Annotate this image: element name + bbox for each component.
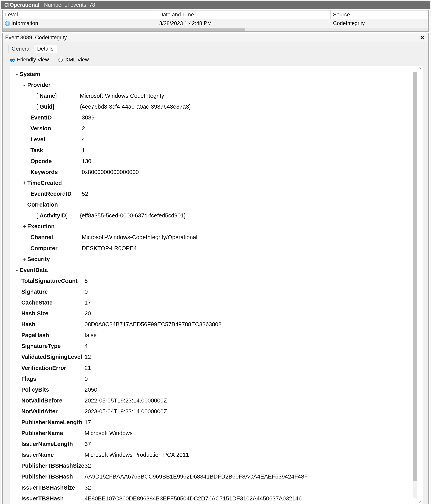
eventdata-key: PageHash (21, 330, 85, 341)
eventdata-key: PublisherTBSHashSize (21, 460, 85, 471)
eventdata-value: 32 (85, 482, 91, 493)
eventdata-row: Flags0 (21, 373, 419, 384)
eventdata-row: PublisherNameMicrosoft Windows (21, 428, 419, 439)
titlebar: CIOperational Number of events: 78 (1, 1, 430, 9)
eventdata-key: TotalSignatureCount (21, 276, 85, 286)
friendly-view-label: Friendly View (17, 57, 49, 63)
tree-scroll-thumb[interactable] (413, 72, 417, 481)
col-header-date[interactable]: Date and Time (157, 10, 331, 19)
tree-vertical-scrollbar[interactable]: ⌃ ⌄ (417, 66, 423, 504)
eventdata-row: PublisherTBSHashAA9D152FBAAA6763BCC969BB… (21, 471, 419, 482)
eventdata-key: NotValidAfter (21, 406, 85, 417)
eventdata-row: PolicyBits2050 (21, 384, 419, 395)
eventdata-value: 08D0A8C34B717AED56F99EC57B49788EC3363808 (85, 319, 221, 330)
eventdata-row: Hash08D0A8C34B717AED56F99EC57B49788EC336… (21, 319, 419, 330)
eventdata-row: ValidatedSigningLevel12 (21, 351, 419, 362)
eventid-label: EventID (30, 112, 82, 123)
grid-horizontal-scrollbar[interactable] (3, 28, 428, 31)
eventdata-key: PublisherNameLength (21, 417, 85, 428)
radio-empty-icon (58, 58, 63, 62)
eventdata-key: IssuerTBSHash (21, 493, 85, 504)
info-icon: i (5, 21, 10, 26)
tree-toggle-security[interactable]: + (21, 254, 27, 265)
grid-horizontal-scroll-thumb[interactable] (3, 28, 245, 31)
eventdata-value: Microsoft Windows Production PCA 2011 (85, 450, 189, 460)
eventdata-value: AA9D152FBAAA6763BCC969BB1E9962D68341BDFD… (85, 471, 308, 482)
tree-node-timecreated[interactable]: TimeCreated (27, 178, 62, 189)
eventdata-row: NotValidBefore2022-05-05T19:23:14.000000… (21, 395, 419, 406)
eventdata-key: IssuerName (21, 450, 85, 460)
scroll-up-icon[interactable]: ⌃ (417, 66, 423, 72)
tree-node-correlation[interactable]: Correlation (27, 199, 58, 210)
tree-toggle-execution[interactable]: + (21, 221, 27, 232)
provider-name-value: Microsoft-Windows-CodeIntegrity (80, 90, 164, 101)
eventdata-key: VerificationError (21, 363, 85, 373)
eventdata-row: PageHashfalse (21, 330, 419, 341)
eventdata-value: 20 (85, 308, 91, 319)
tab-details[interactable]: Details (34, 45, 57, 53)
task-value: 1 (82, 145, 85, 156)
eventdata-row: Hash Size20 (21, 308, 419, 319)
col-header-level[interactable]: Level (3, 10, 157, 19)
tree-toggle-eventdata[interactable]: - (14, 265, 20, 276)
tree-node-provider[interactable]: Provider (27, 80, 51, 90)
eventrecordid-value: 52 (82, 189, 88, 199)
tree-toggle-correlation[interactable]: - (21, 199, 27, 210)
channel-label: Channel (30, 232, 82, 243)
eventdata-row: Signature0 (21, 286, 419, 297)
close-icon[interactable]: ✕ (419, 34, 426, 41)
tree-toggle-timecreated[interactable]: + (21, 178, 27, 189)
eventrecordid-label: EventRecordID (30, 189, 82, 199)
tree-toggle-provider[interactable]: - (21, 80, 27, 90)
provider-guid-attr: [ Guid] (36, 101, 80, 112)
eventdata-value: 37 (85, 439, 91, 450)
eventdata-key: Signature (21, 286, 85, 297)
eventdata-value: 2050 (85, 384, 97, 395)
radio-xml-view[interactable]: XML View (58, 57, 89, 63)
eventdata-row: VerificationError21 (21, 363, 419, 373)
row-level-value: Information (11, 20, 38, 27)
titlebar-log-name: CIOperational (4, 2, 39, 8)
tree-node-security[interactable]: Security (27, 254, 50, 265)
event-viewer-window: CIOperational Number of events: 78 Level… (1, 1, 430, 504)
provider-guid-value: {4ee76bd8-3cf4-44a0-a0ac-3937643e37a3} (80, 101, 191, 112)
detail-pane-title: Event 3089, CodeIntegrity (5, 35, 67, 41)
task-label: Task (30, 145, 82, 156)
eventdata-value: 4 (85, 341, 88, 351)
details-tab-panel: Friendly View XML View - System (4, 53, 427, 504)
eventdata-key: NotValidBefore (21, 395, 85, 406)
eventdata-value: 2022-05-05T19:23:14.0000000Z (85, 395, 167, 406)
events-grid-row[interactable]: i Information 3/28/2023 1:42:48 PM CodeI… (3, 19, 428, 28)
eventdata-key: Hash Size (21, 308, 85, 319)
eventdata-row: IssuerTBSHash4E80BE107C860DE896384B3EFF5… (21, 493, 419, 504)
radio-friendly-view[interactable]: Friendly View (10, 57, 49, 63)
eventid-value: 3089 (82, 112, 95, 123)
computer-label: Computer (30, 243, 82, 254)
eventdata-value: false (85, 330, 97, 341)
tree-node-execution[interactable]: Execution (27, 221, 55, 232)
eventdata-value: 0 (85, 286, 88, 297)
tree-node-eventdata[interactable]: EventData (20, 265, 48, 276)
eventdata-value: 4E80BE107C860DE896384B3EFF50504DC2D76AC7… (85, 493, 302, 504)
provider-name-attr: [ Name] (36, 90, 80, 101)
channel-value: Microsoft-Windows-CodeIntegrity/Operatio… (82, 232, 197, 243)
tree-scroll-track[interactable] (413, 72, 417, 498)
eventdata-key: PolicyBits (21, 384, 85, 395)
eventdata-key: SignatureType (21, 341, 85, 351)
opcode-value: 130 (82, 156, 91, 167)
eventdata-value: 17 (85, 297, 91, 308)
eventdata-row: PublisherTBSHashSize32 (21, 460, 419, 471)
eventdata-value: 21 (85, 363, 91, 373)
eventdata-key: PublisherName (21, 428, 85, 439)
col-header-source[interactable]: Source (331, 10, 428, 19)
tab-general[interactable]: General (8, 45, 34, 53)
row-source-value: CodeIntegrity (331, 19, 428, 28)
eventdata-key: IssuerTBSHashSize (21, 482, 85, 493)
xml-view-label: XML View (65, 57, 89, 63)
eventdata-row: SignatureType4 (21, 341, 419, 351)
scroll-down-icon[interactable]: ⌄ (417, 498, 423, 504)
events-grid-header: Level Date and Time Source (3, 10, 428, 19)
tree-toggle-system[interactable]: - (14, 69, 20, 80)
eventdata-value: 12 (85, 351, 91, 362)
tree-node-system[interactable]: System (20, 69, 40, 80)
